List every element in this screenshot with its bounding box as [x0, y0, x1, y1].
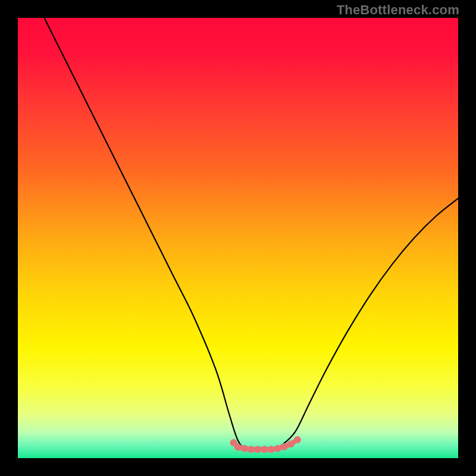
- watermark-text: TheBottleneck.com: [337, 2, 459, 18]
- optimal-zone-dot: [241, 445, 248, 452]
- optimal-zone-dot: [294, 436, 301, 443]
- optimal-zone-dot: [248, 446, 255, 453]
- optimal-zone-dot: [234, 444, 242, 451]
- optimal-zone-dot: [261, 446, 268, 453]
- optimal-zone-dot: [268, 446, 275, 453]
- optimal-zone-dot: [254, 446, 261, 453]
- gradient-background: [18, 18, 458, 458]
- bottleneck-plot: [18, 18, 458, 458]
- optimal-zone-dot: [281, 443, 288, 450]
- chart-frame: TheBottleneck.com: [0, 0, 476, 476]
- optimal-zone-dot: [274, 445, 281, 452]
- optimal-zone-dot: [287, 440, 295, 447]
